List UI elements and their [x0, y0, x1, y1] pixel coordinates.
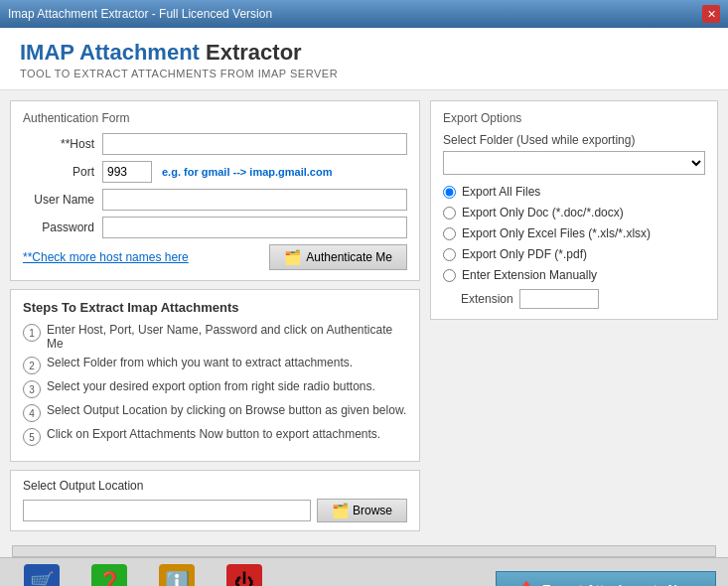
auth-form-title: Authentication Form	[23, 111, 407, 125]
extension-label: Extension	[461, 292, 513, 306]
radio-doc: Export Only Doc (*.doc/*.docx)	[443, 206, 705, 220]
title-bar: Imap Attachment Extractor - Full Licence…	[0, 0, 728, 28]
username-label: User Name	[23, 193, 102, 207]
bottom-bar: 🛒 Upgrade ❓ Support ℹ️ About ⏻ Exit 📤 Ex…	[0, 557, 728, 586]
step-1: 1 Enter Host, Port, User Name, Password …	[23, 323, 407, 351]
output-location-box: Select Output Location 🗂️ Browse	[10, 470, 420, 531]
username-input[interactable]	[102, 189, 407, 211]
step-4: 4 Select Output Location by clicking on …	[23, 403, 407, 422]
step-2: 2 Select Folder from which you want to e…	[23, 356, 407, 374]
header-subtitle: TOOL TO EXTRACT ATTACHMENTS FROM IMAP SE…	[20, 68, 708, 79]
gmail-server: imap.gmail.com	[249, 166, 332, 178]
auth-bottom-row: **Check more host names here 🗂️ Authenti…	[23, 244, 407, 270]
export-now-label: Export Attachments Now	[542, 582, 695, 587]
radio-doc-input[interactable]	[443, 207, 456, 220]
password-input[interactable]	[102, 217, 407, 238]
left-panel: Authentication Form **Host Port e.g. for…	[10, 100, 420, 531]
exit-icon: ⏻	[226, 564, 262, 586]
extension-input[interactable]	[519, 289, 599, 309]
title-extractor: Extractor	[200, 40, 302, 65]
content-area: Authentication Form **Host Port e.g. for…	[0, 90, 728, 541]
step-1-text: Enter Host, Port, User Name, Password an…	[47, 323, 407, 351]
main-window: IMAP Attachment Extractor TOOL TO EXTRAC…	[0, 28, 728, 586]
steps-box: Steps To Extract Imap Attachments 1 Ente…	[10, 289, 420, 462]
right-panel: Export Options Select Folder (Used while…	[430, 100, 718, 531]
steps-title: Steps To Extract Imap Attachments	[23, 300, 407, 315]
step-2-text: Select Folder from which you want to ext…	[47, 356, 353, 369]
host-input[interactable]	[102, 133, 407, 155]
radio-manual-input[interactable]	[443, 269, 456, 282]
radio-excel: Export Only Excel Files (*.xls/*.xlsx)	[443, 226, 705, 240]
folder-select[interactable]	[443, 151, 705, 175]
check-hosts-link[interactable]: **Check more host names here	[23, 250, 189, 264]
title-attachment: Attachment	[74, 40, 200, 65]
radio-manual: Enter Extension Manually	[443, 268, 705, 282]
radio-pdf: Export Only PDF (*.pdf)	[443, 247, 705, 261]
browse-icon: 🗂️	[332, 503, 349, 518]
step-4-text: Select Output Location by clicking on Br…	[47, 403, 406, 417]
folder-icon: 🗂️	[284, 249, 301, 265]
about-icon: ℹ️	[159, 564, 195, 586]
host-row: **Host	[23, 133, 407, 155]
browse-button[interactable]: 🗂️ Browse	[317, 499, 407, 522]
step-3: 3 Select your desired export option from…	[23, 379, 407, 398]
export-icon: 📤	[516, 580, 536, 587]
radio-all-files: Export All Files	[443, 185, 705, 199]
radio-excel-label: Export Only Excel Files (*.xls/*.xlsx)	[462, 226, 651, 240]
export-options-title: Export Options	[443, 111, 705, 125]
radio-pdf-input[interactable]	[443, 248, 456, 261]
auth-form: Authentication Form **Host Port e.g. for…	[10, 100, 420, 281]
step-5: 5 Click on Export Attachments Now button…	[23, 427, 407, 446]
radio-all-input[interactable]	[443, 186, 456, 199]
step-3-text: Select your desired export option from r…	[47, 379, 375, 393]
window-title: Imap Attachment Extractor - Full Licence…	[8, 7, 272, 21]
radio-excel-input[interactable]	[443, 227, 456, 240]
authenticate-button[interactable]: 🗂️ Authenticate Me	[269, 244, 407, 270]
output-row: 🗂️ Browse	[23, 499, 407, 522]
radio-pdf-label: Export Only PDF (*.pdf)	[462, 247, 587, 261]
radio-all-label: Export All Files	[462, 185, 540, 199]
export-now-button[interactable]: 📤 Export Attachments Now	[496, 571, 716, 587]
gmail-hint: e.g. for gmail --> imap.gmail.com	[162, 166, 332, 178]
support-icon: ❓	[91, 564, 127, 586]
upgrade-button[interactable]: 🛒 Upgrade	[12, 564, 72, 586]
output-path-input[interactable]	[23, 500, 311, 521]
folder-select-label: Select Folder (Used while exporting)	[443, 133, 705, 147]
progress-area	[0, 541, 728, 557]
radio-manual-label: Enter Extension Manually	[462, 268, 597, 282]
header: IMAP Attachment Extractor TOOL TO EXTRAC…	[0, 28, 728, 90]
port-label: Port	[23, 165, 102, 179]
about-button[interactable]: ℹ️ About	[147, 564, 207, 586]
title-imap: IMAP	[20, 40, 74, 65]
port-input[interactable]	[102, 161, 152, 183]
password-label: Password	[23, 220, 102, 234]
exit-button[interactable]: ⏻ Exit	[215, 564, 274, 586]
port-row: Port e.g. for gmail --> imap.gmail.com	[23, 161, 407, 183]
upgrade-icon: 🛒	[24, 564, 60, 586]
export-options-box: Export Options Select Folder (Used while…	[430, 100, 718, 320]
radio-doc-label: Export Only Doc (*.doc/*.docx)	[462, 206, 624, 220]
app-title: IMAP Attachment Extractor	[20, 40, 708, 66]
extension-row: Extension	[461, 289, 705, 309]
step-5-text: Click on Export Attachments Now button t…	[47, 427, 380, 441]
output-title: Select Output Location	[23, 479, 407, 493]
support-button[interactable]: ❓ Support	[79, 564, 139, 586]
password-row: Password	[23, 217, 407, 238]
close-button[interactable]: ✕	[702, 5, 720, 23]
host-label: **Host	[23, 137, 102, 151]
progress-bar-outer	[12, 545, 716, 557]
username-row: User Name	[23, 189, 407, 211]
bottom-buttons: 🛒 Upgrade ❓ Support ℹ️ About ⏻ Exit	[12, 564, 274, 586]
